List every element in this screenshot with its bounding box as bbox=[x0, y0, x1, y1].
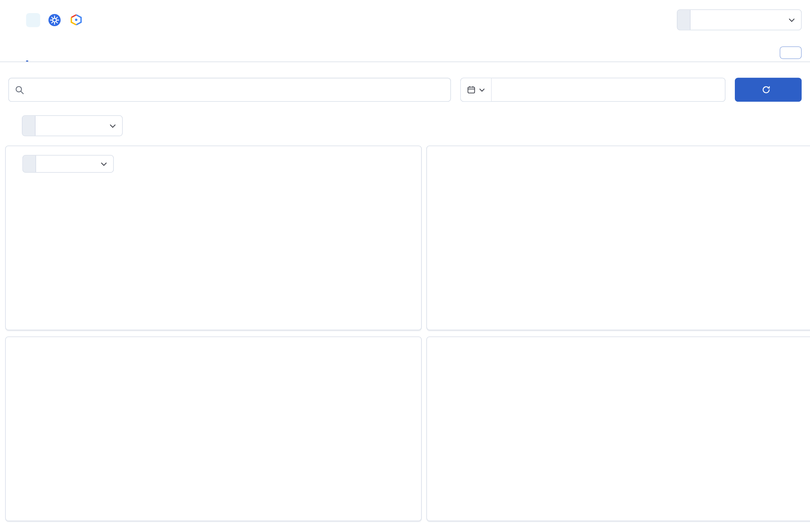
series-dot bbox=[713, 267, 717, 271]
transactions-heading-row bbox=[9, 115, 801, 136]
series-dot bbox=[579, 458, 583, 462]
type-label bbox=[22, 116, 36, 135]
series-dot bbox=[579, 267, 583, 271]
latency-legend bbox=[25, 267, 413, 271]
legend-item-http-5xx[interactable] bbox=[446, 277, 567, 280]
environment-label bbox=[678, 10, 691, 30]
error-rate-chart[interactable] bbox=[14, 367, 413, 446]
chevron-down-icon bbox=[789, 18, 795, 22]
legend-item-http-2xx[interactable] bbox=[446, 267, 567, 271]
service-badges bbox=[26, 13, 83, 27]
time-spent-chart[interactable] bbox=[435, 367, 810, 446]
throughput-panel bbox=[426, 146, 810, 330]
latency-chart[interactable] bbox=[14, 177, 413, 254]
series-dot bbox=[713, 458, 717, 462]
metric-label bbox=[23, 156, 36, 172]
legend-item-error-rate[interactable] bbox=[25, 458, 146, 462]
legend-item-http-4xx[interactable] bbox=[713, 267, 810, 271]
time-spent-panel bbox=[426, 336, 810, 521]
charts-grid bbox=[5, 146, 805, 521]
series-dot bbox=[446, 267, 450, 271]
throughput-chart[interactable] bbox=[435, 177, 810, 254]
latency-metric-select[interactable] bbox=[22, 155, 114, 173]
go-agent-icon bbox=[26, 13, 40, 27]
tab-overview[interactable] bbox=[9, 44, 11, 62]
search-row bbox=[9, 78, 801, 102]
chevron-down-icon bbox=[101, 162, 107, 166]
kubernetes-icon bbox=[48, 13, 62, 27]
quick-select-date-button[interactable] bbox=[461, 78, 491, 101]
environment-select[interactable] bbox=[677, 10, 801, 30]
tab-errors[interactable] bbox=[44, 44, 46, 62]
series-dot bbox=[446, 277, 450, 280]
legend-item-http[interactable] bbox=[579, 458, 700, 462]
tab-metrics[interactable] bbox=[62, 44, 64, 62]
view-correlations-button[interactable] bbox=[780, 46, 801, 59]
legend-item-average[interactable] bbox=[25, 267, 146, 271]
date-picker bbox=[460, 78, 726, 102]
search-transactions-input[interactable] bbox=[29, 85, 444, 94]
gcp-cloud-icon bbox=[69, 13, 83, 27]
transaction-type-select[interactable] bbox=[22, 115, 123, 136]
throughput-legend bbox=[446, 267, 810, 280]
legend-item-app[interactable] bbox=[713, 458, 810, 462]
error-rate-legend bbox=[25, 458, 413, 462]
search-icon bbox=[15, 85, 24, 94]
service-header bbox=[0, 0, 810, 36]
legend-item-http-3xx[interactable] bbox=[579, 267, 700, 271]
refresh-icon bbox=[762, 85, 770, 94]
series-dot bbox=[25, 267, 29, 271]
time-spent-legend bbox=[446, 458, 810, 462]
chevron-down-icon bbox=[479, 88, 485, 92]
refresh-button[interactable] bbox=[735, 78, 801, 102]
tab-service-map[interactable] bbox=[79, 44, 81, 62]
error-rate-panel bbox=[5, 336, 422, 521]
calendar-icon bbox=[467, 85, 475, 94]
legend-item-postgresql[interactable] bbox=[446, 458, 567, 462]
apm-service-page bbox=[0, 0, 810, 532]
latency-panel bbox=[5, 146, 422, 330]
series-dot bbox=[446, 458, 450, 462]
service-tabs bbox=[0, 44, 810, 62]
search-box bbox=[9, 78, 451, 102]
tab-transactions[interactable] bbox=[26, 44, 28, 62]
chevron-down-icon bbox=[110, 124, 116, 128]
series-dot bbox=[25, 458, 29, 462]
